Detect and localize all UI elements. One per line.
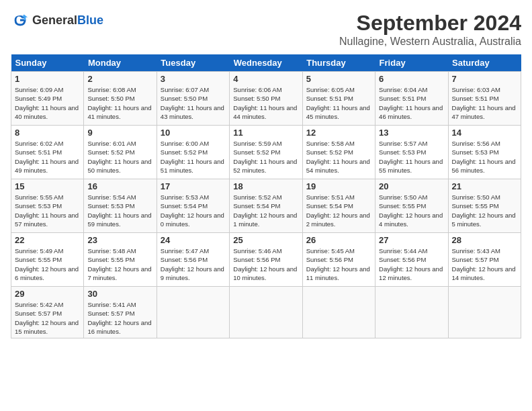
calendar-cell	[230, 287, 302, 338]
calendar-cell: 20Sunrise: 5:50 AMSunset: 5:55 PMDayligh…	[375, 179, 448, 233]
day-number: 5	[306, 74, 371, 84]
calendar-cell: 2Sunrise: 6:08 AMSunset: 5:50 PMDaylight…	[84, 72, 157, 126]
calendar-cell: 11Sunrise: 5:59 AMSunset: 5:52 PMDayligh…	[230, 126, 302, 179]
day-info: Sunrise: 5:56 AMSunset: 5:53 PMDaylight:…	[452, 139, 517, 175]
day-info: Sunrise: 5:49 AMSunset: 5:55 PMDaylight:…	[15, 246, 80, 282]
column-header-tuesday: Tuesday	[157, 54, 229, 72]
day-info: Sunrise: 6:03 AMSunset: 5:51 PMDaylight:…	[452, 85, 517, 121]
calendar-week-row: 15Sunrise: 5:55 AMSunset: 5:53 PMDayligh…	[11, 179, 521, 233]
calendar-cell	[302, 287, 375, 338]
calendar-cell: 16Sunrise: 5:54 AMSunset: 5:53 PMDayligh…	[84, 179, 157, 233]
column-header-sunday: Sunday	[11, 54, 84, 72]
day-number: 23	[87, 235, 152, 245]
day-number: 12	[306, 128, 371, 138]
day-info: Sunrise: 5:42 AMSunset: 5:57 PMDaylight:…	[15, 300, 80, 336]
day-number: 15	[15, 181, 80, 191]
day-number: 29	[15, 289, 80, 299]
calendar-header-row: SundayMondayTuesdayWednesdayThursdayFrid…	[11, 54, 521, 72]
calendar-week-row: 1Sunrise: 6:09 AMSunset: 5:49 PMDaylight…	[11, 72, 521, 126]
calendar-table: SundayMondayTuesdayWednesdayThursdayFrid…	[11, 54, 521, 338]
day-number: 6	[379, 74, 444, 84]
day-info: Sunrise: 6:00 AMSunset: 5:52 PMDaylight:…	[161, 139, 226, 175]
column-header-monday: Monday	[84, 54, 157, 72]
day-number: 4	[233, 74, 298, 84]
day-number: 18	[233, 181, 298, 191]
day-info: Sunrise: 6:01 AMSunset: 5:52 PMDaylight:…	[87, 139, 152, 175]
calendar-cell: 3Sunrise: 6:07 AMSunset: 5:50 PMDaylight…	[157, 72, 229, 126]
calendar-cell: 26Sunrise: 5:45 AMSunset: 5:56 PMDayligh…	[302, 233, 375, 287]
day-info: Sunrise: 6:02 AMSunset: 5:51 PMDaylight:…	[15, 139, 80, 175]
column-header-thursday: Thursday	[302, 54, 375, 72]
day-info: Sunrise: 5:59 AMSunset: 5:52 PMDaylight:…	[233, 139, 298, 175]
day-number: 19	[306, 181, 371, 191]
location-title: Nullagine, Western Australia, Australia	[339, 36, 521, 48]
day-info: Sunrise: 5:50 AMSunset: 5:55 PMDaylight:…	[379, 193, 444, 228]
day-info: Sunrise: 5:55 AMSunset: 5:53 PMDaylight:…	[15, 193, 80, 228]
calendar-week-row: 22Sunrise: 5:49 AMSunset: 5:55 PMDayligh…	[11, 233, 521, 287]
logo-icon	[11, 11, 30, 30]
day-info: Sunrise: 5:45 AMSunset: 5:56 PMDaylight:…	[306, 246, 371, 282]
day-number: 7	[452, 74, 517, 84]
day-info: Sunrise: 5:48 AMSunset: 5:55 PMDaylight:…	[87, 246, 152, 282]
calendar-cell: 23Sunrise: 5:48 AMSunset: 5:55 PMDayligh…	[84, 233, 157, 287]
calendar-cell: 24Sunrise: 5:47 AMSunset: 5:56 PMDayligh…	[157, 233, 229, 287]
calendar-cell	[375, 287, 448, 338]
calendar-cell: 1Sunrise: 6:09 AMSunset: 5:49 PMDaylight…	[11, 72, 84, 126]
month-title: September 2024	[339, 11, 521, 36]
day-info: Sunrise: 6:07 AMSunset: 5:50 PMDaylight:…	[161, 85, 226, 121]
day-number: 17	[161, 181, 226, 191]
day-info: Sunrise: 6:08 AMSunset: 5:50 PMDaylight:…	[87, 85, 152, 121]
calendar-cell: 19Sunrise: 5:51 AMSunset: 5:54 PMDayligh…	[302, 179, 375, 233]
title-section: September 2024 Nullagine, Western Austra…	[339, 11, 521, 48]
calendar-cell: 25Sunrise: 5:46 AMSunset: 5:56 PMDayligh…	[230, 233, 302, 287]
calendar-cell: 29Sunrise: 5:42 AMSunset: 5:57 PMDayligh…	[11, 287, 84, 338]
day-number: 20	[379, 181, 444, 191]
day-info: Sunrise: 6:09 AMSunset: 5:49 PMDaylight:…	[15, 85, 80, 121]
logo-text: GeneralBlue	[32, 13, 103, 28]
day-number: 25	[233, 235, 298, 245]
calendar-cell: 9Sunrise: 6:01 AMSunset: 5:52 PMDaylight…	[84, 126, 157, 179]
day-number: 30	[87, 289, 152, 299]
calendar-cell: 14Sunrise: 5:56 AMSunset: 5:53 PMDayligh…	[448, 126, 521, 179]
day-info: Sunrise: 5:41 AMSunset: 5:57 PMDaylight:…	[87, 300, 152, 336]
day-number: 3	[161, 74, 226, 84]
column-header-wednesday: Wednesday	[230, 54, 302, 72]
calendar-cell	[157, 287, 229, 338]
calendar-cell: 15Sunrise: 5:55 AMSunset: 5:53 PMDayligh…	[11, 179, 84, 233]
calendar-cell: 18Sunrise: 5:52 AMSunset: 5:54 PMDayligh…	[230, 179, 302, 233]
column-header-saturday: Saturday	[448, 54, 521, 72]
day-number: 11	[233, 128, 298, 138]
calendar-cell: 28Sunrise: 5:43 AMSunset: 5:57 PMDayligh…	[448, 233, 521, 287]
calendar-week-row: 29Sunrise: 5:42 AMSunset: 5:57 PMDayligh…	[11, 287, 521, 338]
calendar-cell: 21Sunrise: 5:50 AMSunset: 5:55 PMDayligh…	[448, 179, 521, 233]
day-number: 1	[15, 74, 80, 84]
day-number: 22	[15, 235, 80, 245]
day-number: 27	[379, 235, 444, 245]
day-info: Sunrise: 5:57 AMSunset: 5:53 PMDaylight:…	[379, 139, 444, 175]
calendar-cell: 30Sunrise: 5:41 AMSunset: 5:57 PMDayligh…	[84, 287, 157, 338]
calendar-cell: 8Sunrise: 6:02 AMSunset: 5:51 PMDaylight…	[11, 126, 84, 179]
day-info: Sunrise: 5:50 AMSunset: 5:55 PMDaylight:…	[452, 193, 517, 228]
calendar-cell: 22Sunrise: 5:49 AMSunset: 5:55 PMDayligh…	[11, 233, 84, 287]
page-header: GeneralBlue September 2024 Nullagine, We…	[11, 11, 521, 48]
day-info: Sunrise: 6:04 AMSunset: 5:51 PMDaylight:…	[379, 85, 444, 121]
calendar-cell: 17Sunrise: 5:53 AMSunset: 5:54 PMDayligh…	[157, 179, 229, 233]
calendar-cell: 10Sunrise: 6:00 AMSunset: 5:52 PMDayligh…	[157, 126, 229, 179]
day-number: 24	[161, 235, 226, 245]
day-info: Sunrise: 5:43 AMSunset: 5:57 PMDaylight:…	[452, 246, 517, 282]
day-info: Sunrise: 5:53 AMSunset: 5:54 PMDaylight:…	[161, 193, 226, 228]
calendar-cell: 6Sunrise: 6:04 AMSunset: 5:51 PMDaylight…	[375, 72, 448, 126]
day-info: Sunrise: 5:54 AMSunset: 5:53 PMDaylight:…	[87, 193, 152, 228]
calendar-cell: 4Sunrise: 6:06 AMSunset: 5:50 PMDaylight…	[230, 72, 302, 126]
day-info: Sunrise: 5:52 AMSunset: 5:54 PMDaylight:…	[233, 193, 298, 228]
logo: GeneralBlue	[11, 11, 103, 30]
day-number: 8	[15, 128, 80, 138]
day-number: 14	[452, 128, 517, 138]
day-number: 2	[87, 74, 152, 84]
day-info: Sunrise: 5:46 AMSunset: 5:56 PMDaylight:…	[233, 246, 298, 282]
calendar-cell: 12Sunrise: 5:58 AMSunset: 5:52 PMDayligh…	[302, 126, 375, 179]
day-number: 9	[87, 128, 152, 138]
calendar-cell: 5Sunrise: 6:05 AMSunset: 5:51 PMDaylight…	[302, 72, 375, 126]
day-info: Sunrise: 6:06 AMSunset: 5:50 PMDaylight:…	[233, 85, 298, 121]
day-number: 21	[452, 181, 517, 191]
